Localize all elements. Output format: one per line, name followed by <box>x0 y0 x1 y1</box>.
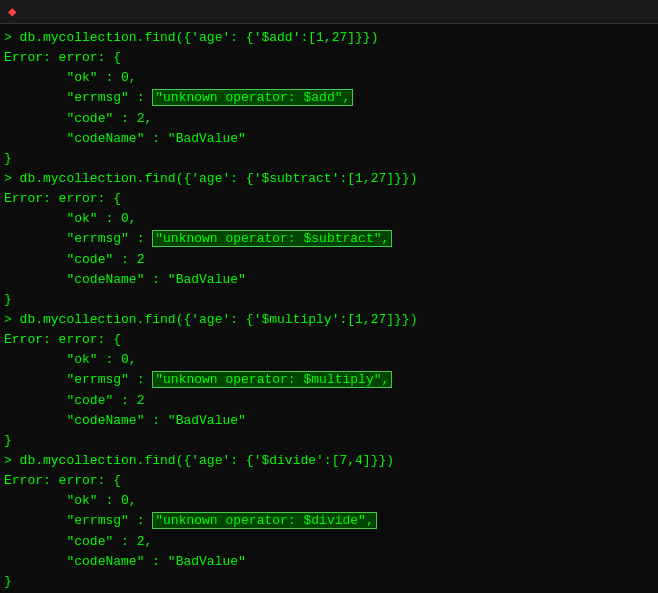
terminal-line: Error: error: { <box>4 48 654 68</box>
title-bar: ◆ <box>0 0 658 24</box>
terminal-line: } <box>4 149 654 169</box>
terminal-line: "errmsg" : "unknown operator: $add", <box>4 88 654 108</box>
terminal-content: > db.mycollection.find({'age': {'$add':[… <box>0 24 658 593</box>
terminal-line: Error: error: { <box>4 471 654 491</box>
terminal-line: "codeName" : "BadValue" <box>4 552 654 572</box>
terminal-line: > db.mycollection.find({'age': {'$subtra… <box>4 169 654 189</box>
terminal-line: "errmsg" : "unknown operator: $subtract"… <box>4 229 654 249</box>
terminal-line: } <box>4 572 654 592</box>
terminal-line: "ok" : 0, <box>4 350 654 370</box>
terminal-line: "ok" : 0, <box>4 209 654 229</box>
highlight-error-msg: "unknown operator: $divide", <box>152 512 376 529</box>
title-icon: ◆ <box>8 3 16 20</box>
terminal-line: "codeName" : "BadValue" <box>4 411 654 431</box>
terminal-line: "errmsg" : "unknown operator: $multiply"… <box>4 370 654 390</box>
terminal-line: Error: error: { <box>4 189 654 209</box>
terminal-line: "code" : 2, <box>4 109 654 129</box>
terminal-line: "code" : 2 <box>4 250 654 270</box>
terminal-line: "codeName" : "BadValue" <box>4 270 654 290</box>
terminal-line: "codeName" : "BadValue" <box>4 129 654 149</box>
terminal-line: "ok" : 0, <box>4 491 654 511</box>
terminal-line: "code" : 2, <box>4 532 654 552</box>
terminal-line: Error: error: { <box>4 330 654 350</box>
terminal-line: } <box>4 431 654 451</box>
terminal-line: > db.mycollection.find({'age': {'$add':[… <box>4 28 654 48</box>
highlight-error-msg: "unknown operator: $subtract", <box>152 230 392 247</box>
highlight-error-msg: "unknown operator: $multiply", <box>152 371 392 388</box>
highlight-error-msg: "unknown operator: $add", <box>152 89 353 106</box>
terminal-line: "ok" : 0, <box>4 68 654 88</box>
terminal-line: "errmsg" : "unknown operator: $divide", <box>4 511 654 531</box>
terminal-line: } <box>4 290 654 310</box>
terminal-line: > db.mycollection.find({'age': {'$divide… <box>4 451 654 471</box>
terminal-line: > db.mycollection.find({'age': {'$multip… <box>4 310 654 330</box>
terminal-line: "code" : 2 <box>4 391 654 411</box>
terminal-window: ◆ > db.mycollection.find({'age': {'$add'… <box>0 0 658 593</box>
